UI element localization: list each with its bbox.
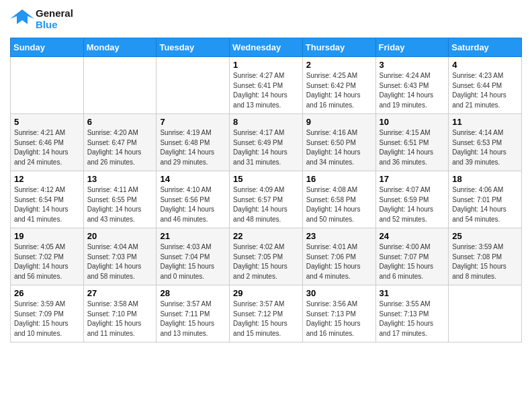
- calendar-cell: 29Sunrise: 3:57 AM Sunset: 7:12 PM Dayli…: [230, 285, 303, 342]
- calendar-cell: 21Sunrise: 4:03 AM Sunset: 7:04 PM Dayli…: [157, 228, 230, 285]
- cell-info: Sunrise: 3:57 AM Sunset: 7:12 PM Dayligh…: [233, 300, 299, 338]
- calendar-cell: [11, 57, 84, 114]
- cell-info: Sunrise: 4:23 AM Sunset: 6:44 PM Dayligh…: [452, 71, 518, 110]
- calendar-cell: 17Sunrise: 4:07 AM Sunset: 6:59 PM Dayli…: [375, 171, 449, 228]
- day-number: 23: [306, 231, 372, 241]
- day-number: 3: [380, 60, 445, 70]
- cell-info: Sunrise: 4:19 AM Sunset: 6:48 PM Dayligh…: [160, 128, 226, 167]
- calendar-cell: [449, 285, 522, 342]
- calendar-cell: 16Sunrise: 4:08 AM Sunset: 6:58 PM Dayli…: [302, 171, 375, 228]
- day-number: 11: [452, 117, 518, 127]
- logo-blue-text: Blue: [36, 19, 73, 30]
- cell-info: Sunrise: 4:12 AM Sunset: 6:54 PM Dayligh…: [14, 185, 80, 224]
- cell-info: Sunrise: 3:59 AM Sunset: 7:09 PM Dayligh…: [14, 300, 80, 338]
- cell-info: Sunrise: 4:01 AM Sunset: 7:06 PM Dayligh…: [306, 242, 372, 281]
- cell-info: Sunrise: 4:02 AM Sunset: 7:05 PM Dayligh…: [233, 242, 299, 281]
- cell-info: Sunrise: 4:04 AM Sunset: 7:03 PM Dayligh…: [87, 242, 153, 281]
- calendar-cell: 26Sunrise: 3:59 AM Sunset: 7:09 PM Dayli…: [11, 285, 84, 342]
- cell-info: Sunrise: 4:21 AM Sunset: 6:46 PM Dayligh…: [14, 128, 80, 167]
- day-number: 28: [160, 288, 226, 298]
- calendar-week-row: 1Sunrise: 4:27 AM Sunset: 6:41 PM Daylig…: [11, 57, 522, 114]
- cell-info: Sunrise: 4:20 AM Sunset: 6:47 PM Dayligh…: [87, 128, 153, 167]
- calendar-cell: 14Sunrise: 4:10 AM Sunset: 6:56 PM Dayli…: [157, 171, 230, 228]
- day-number: 13: [87, 174, 153, 184]
- calendar-week-row: 5Sunrise: 4:21 AM Sunset: 6:46 PM Daylig…: [11, 114, 522, 171]
- day-number: 22: [233, 231, 299, 241]
- header: GeneralBlue: [10, 7, 522, 31]
- calendar-day-header: Thursday: [302, 38, 375, 57]
- calendar-cell: 2Sunrise: 4:25 AM Sunset: 6:42 PM Daylig…: [302, 57, 375, 114]
- calendar-cell: 8Sunrise: 4:17 AM Sunset: 6:49 PM Daylig…: [230, 114, 303, 171]
- cell-info: Sunrise: 4:11 AM Sunset: 6:55 PM Dayligh…: [87, 185, 153, 224]
- calendar-cell: 31Sunrise: 3:55 AM Sunset: 7:13 PM Dayli…: [375, 285, 449, 342]
- day-number: 9: [306, 117, 372, 127]
- day-number: 16: [306, 174, 372, 184]
- calendar-day-header: Wednesday: [230, 38, 303, 57]
- calendar-cell: 19Sunrise: 4:05 AM Sunset: 7:02 PM Dayli…: [11, 228, 84, 285]
- logo-bird-icon: [10, 7, 34, 31]
- calendar-cell: [83, 57, 157, 114]
- cell-info: Sunrise: 3:56 AM Sunset: 7:13 PM Dayligh…: [306, 300, 372, 338]
- calendar-week-row: 19Sunrise: 4:05 AM Sunset: 7:02 PM Dayli…: [11, 228, 522, 285]
- calendar-cell: 11Sunrise: 4:14 AM Sunset: 6:53 PM Dayli…: [449, 114, 522, 171]
- cell-info: Sunrise: 4:09 AM Sunset: 6:57 PM Dayligh…: [233, 185, 299, 224]
- calendar-day-header: Friday: [375, 38, 449, 57]
- calendar-cell: 3Sunrise: 4:24 AM Sunset: 6:43 PM Daylig…: [375, 57, 449, 114]
- calendar-cell: 15Sunrise: 4:09 AM Sunset: 6:57 PM Dayli…: [230, 171, 303, 228]
- cell-info: Sunrise: 4:27 AM Sunset: 6:41 PM Dayligh…: [233, 71, 299, 110]
- day-number: 7: [160, 117, 226, 127]
- logo-general-text: General: [36, 7, 73, 19]
- cell-info: Sunrise: 4:00 AM Sunset: 7:07 PM Dayligh…: [380, 242, 445, 281]
- day-number: 6: [87, 117, 153, 127]
- day-number: 29: [233, 288, 299, 298]
- day-number: 1: [233, 60, 299, 70]
- cell-info: Sunrise: 4:08 AM Sunset: 6:58 PM Dayligh…: [306, 185, 372, 224]
- day-number: 18: [452, 174, 518, 184]
- cell-info: Sunrise: 3:58 AM Sunset: 7:10 PM Dayligh…: [87, 300, 153, 338]
- calendar-day-header: Tuesday: [157, 38, 230, 57]
- cell-info: Sunrise: 4:14 AM Sunset: 6:53 PM Dayligh…: [452, 128, 518, 167]
- cell-info: Sunrise: 3:59 AM Sunset: 7:08 PM Dayligh…: [452, 242, 518, 281]
- calendar-cell: 27Sunrise: 3:58 AM Sunset: 7:10 PM Dayli…: [83, 285, 157, 342]
- day-number: 12: [14, 174, 80, 184]
- cell-info: Sunrise: 4:06 AM Sunset: 7:01 PM Dayligh…: [452, 185, 518, 224]
- calendar-cell: 20Sunrise: 4:04 AM Sunset: 7:03 PM Dayli…: [83, 228, 157, 285]
- cell-info: Sunrise: 4:07 AM Sunset: 6:59 PM Dayligh…: [380, 185, 445, 224]
- cell-info: Sunrise: 4:10 AM Sunset: 6:56 PM Dayligh…: [160, 185, 226, 224]
- calendar-cell: 18Sunrise: 4:06 AM Sunset: 7:01 PM Dayli…: [449, 171, 522, 228]
- calendar-week-row: 12Sunrise: 4:12 AM Sunset: 6:54 PM Dayli…: [11, 171, 522, 228]
- calendar-cell: 12Sunrise: 4:12 AM Sunset: 6:54 PM Dayli…: [11, 171, 84, 228]
- day-number: 19: [14, 231, 80, 241]
- day-number: 24: [380, 231, 445, 241]
- day-number: 26: [14, 288, 80, 298]
- calendar-cell: 4Sunrise: 4:23 AM Sunset: 6:44 PM Daylig…: [449, 57, 522, 114]
- day-number: 31: [380, 288, 445, 298]
- day-number: 15: [233, 174, 299, 184]
- calendar-cell: 1Sunrise: 4:27 AM Sunset: 6:41 PM Daylig…: [230, 57, 303, 114]
- page: GeneralBlue SundayMondayTuesdayWednesday…: [0, 0, 532, 353]
- calendar-cell: 6Sunrise: 4:20 AM Sunset: 6:47 PM Daylig…: [83, 114, 157, 171]
- calendar-cell: 13Sunrise: 4:11 AM Sunset: 6:55 PM Dayli…: [83, 171, 157, 228]
- logo: GeneralBlue: [10, 7, 73, 31]
- day-number: 2: [306, 60, 372, 70]
- cell-info: Sunrise: 4:24 AM Sunset: 6:43 PM Dayligh…: [380, 71, 445, 110]
- day-number: 27: [87, 288, 153, 298]
- calendar-cell: [157, 57, 230, 114]
- day-number: 8: [233, 117, 299, 127]
- calendar-table: SundayMondayTuesdayWednesdayThursdayFrid…: [10, 38, 522, 342]
- cell-info: Sunrise: 4:25 AM Sunset: 6:42 PM Dayligh…: [306, 71, 372, 110]
- calendar-cell: 10Sunrise: 4:15 AM Sunset: 6:51 PM Dayli…: [375, 114, 449, 171]
- day-number: 21: [160, 231, 226, 241]
- day-number: 5: [14, 117, 80, 127]
- calendar-cell: 28Sunrise: 3:57 AM Sunset: 7:11 PM Dayli…: [157, 285, 230, 342]
- day-number: 4: [452, 60, 518, 70]
- calendar-cell: 22Sunrise: 4:02 AM Sunset: 7:05 PM Dayli…: [230, 228, 303, 285]
- cell-info: Sunrise: 3:55 AM Sunset: 7:13 PM Dayligh…: [380, 300, 445, 338]
- day-number: 30: [306, 288, 372, 298]
- calendar-cell: 9Sunrise: 4:16 AM Sunset: 6:50 PM Daylig…: [302, 114, 375, 171]
- cell-info: Sunrise: 3:57 AM Sunset: 7:11 PM Dayligh…: [160, 300, 226, 338]
- calendar-cell: 24Sunrise: 4:00 AM Sunset: 7:07 PM Dayli…: [375, 228, 449, 285]
- calendar-cell: 5Sunrise: 4:21 AM Sunset: 6:46 PM Daylig…: [11, 114, 84, 171]
- calendar-day-header: Sunday: [11, 38, 84, 57]
- calendar-day-header: Saturday: [449, 38, 522, 57]
